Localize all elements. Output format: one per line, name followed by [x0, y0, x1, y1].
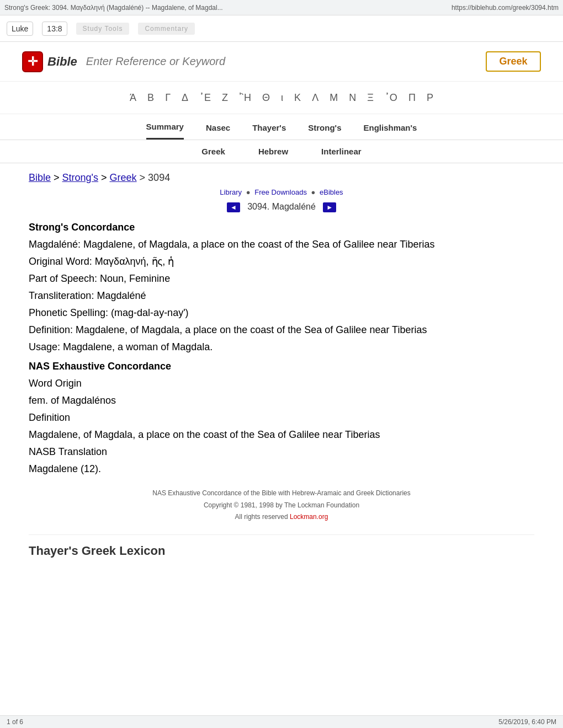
search-input[interactable]	[86, 55, 477, 68]
free-downloads-link[interactable]: Free Downloads	[254, 188, 307, 196]
library-links: Library ● Free Downloads ● eBibles	[29, 188, 534, 196]
breadcrumb: Bible > Strong's > Greek > 3094	[29, 172, 534, 184]
nasb-value: Magdalene (12).	[29, 462, 534, 477]
dictionary-tabs: Summary Nasec Thayer's Strong's Englishm…	[0, 114, 563, 140]
tab-strongs[interactable]: Strong's	[308, 123, 341, 139]
next-entry-button[interactable]: ►	[323, 202, 336, 212]
definition-value: Magdalene, of Magdala, a place on the co…	[29, 427, 534, 442]
footer-line3: All rights reserved Lockman.org	[29, 511, 534, 523]
greek-letter-mu[interactable]: Μ	[330, 92, 338, 104]
greek-letter-beta[interactable]: Β	[147, 92, 154, 104]
tab-nasec[interactable]: Nasec	[206, 123, 230, 139]
greek-letter-kappa[interactable]: Κ	[294, 92, 301, 104]
nav-tabs-area: Study Tools Commentary	[76, 23, 195, 35]
bullet-2: ●	[311, 188, 316, 196]
bullet-1: ●	[246, 188, 251, 196]
search-input-area[interactable]	[86, 55, 477, 68]
entry-navigation: ◄ 3094. Magdaléné ►	[29, 202, 534, 212]
nav-book[interactable]: Luke	[7, 22, 33, 36]
word-origin-label: Word Origin	[29, 376, 534, 391]
browser-title: Strong's Greek: 3094. Μαγδαληνή (Magdalé…	[4, 4, 223, 12]
greek-letter-alpha[interactable]: Ά	[130, 92, 136, 104]
greek-letter-iota[interactable]: ι	[281, 92, 283, 104]
browser-bar: Strong's Greek: 3094. Μαγδαληνή (Magdalé…	[0, 0, 563, 15]
bible-label: Bible	[47, 55, 77, 69]
nas-heading: NAS Exhaustive Concordance	[29, 359, 534, 374]
tab-thayers[interactable]: Thayer's	[252, 123, 286, 139]
footer-note: NAS Exhaustive Concordance of the Bible …	[29, 488, 534, 523]
part-of-speech: Part of Speech: Noun, Feminine	[29, 271, 534, 286]
bible-logo: ✛ Bible	[22, 51, 77, 72]
tab-summary[interactable]: Summary	[146, 122, 184, 140]
original-word: Original Word: Μαγδαληνή, ῆς, ἡ	[29, 254, 534, 269]
bible-icon: ✛	[22, 51, 43, 72]
breadcrumb-number: > 3094	[140, 172, 171, 183]
nav-bar: Luke 13:8 Study Tools Commentary	[0, 15, 563, 42]
nav-verse[interactable]: 13:8	[42, 22, 67, 36]
definition-heading: Definition	[29, 410, 534, 425]
greek-alphabet-nav: Ά Β Γ Δ ᾿Ε Ζ ῍Η Θ ι Κ Λ Μ Ν Ξ ᾿Ο Π Ρ	[0, 82, 563, 114]
concordance-section: Strong's Concordance Magdaléné: Magdalen…	[29, 220, 534, 355]
sub-tabs: Greek Hebrew Interlinear	[0, 140, 563, 163]
word-origin-value: fem. of Magdalénos	[29, 393, 534, 408]
greek-letter-eta[interactable]: ῍Η	[239, 92, 251, 104]
footer-rights: All rights reserved	[235, 513, 288, 521]
greek-letter-gamma[interactable]: Γ	[165, 92, 171, 104]
language-selector[interactable]: Greek	[486, 51, 541, 72]
nav-tab-study-tools[interactable]: Study Tools	[76, 23, 130, 35]
greek-letter-nu[interactable]: Ν	[349, 92, 356, 104]
breadcrumb-strongs[interactable]: Strong's	[62, 172, 98, 183]
subtab-greek[interactable]: Greek	[201, 147, 225, 156]
ebibles-link[interactable]: eBibles	[320, 188, 343, 196]
status-bar: 1 of 6 5/26/2019, 6:40 PM	[0, 715, 563, 728]
browser-url: https://biblehub.com/greek/3094.htm	[452, 4, 559, 12]
prev-entry-button[interactable]: ◄	[227, 202, 240, 212]
greek-letter-lambda[interactable]: Λ	[312, 92, 318, 104]
entry-number-label: 3094. Magdaléné	[247, 202, 316, 211]
library-link[interactable]: Library	[220, 188, 242, 196]
usage-text: Usage: Magdalene, a woman of Magdala.	[29, 340, 534, 355]
greek-letter-zeta[interactable]: Ζ	[222, 92, 228, 104]
footer-line2: Copyright © 1981, 1998 by The Lockman Fo…	[29, 500, 534, 512]
main-definition: Magdaléné: Magdalene, of Magdala, a plac…	[29, 237, 534, 252]
footer-line1: NAS Exhaustive Concordance of the Bible …	[29, 488, 534, 500]
lockman-link[interactable]: Lockman.org	[290, 513, 328, 521]
concordance-heading: Strong's Concordance	[29, 220, 534, 235]
greek-letter-theta[interactable]: Θ	[262, 92, 270, 104]
greek-letter-omicron[interactable]: ᾿Ο	[385, 92, 397, 104]
phonetic-spelling: Phonetic Spelling: (mag-dal-ay-nay')	[29, 306, 534, 320]
breadcrumb-greek[interactable]: Greek	[110, 172, 137, 183]
thayer-section-heading: Thayer's Greek Lexicon	[29, 534, 534, 558]
greek-letter-rho[interactable]: Ρ	[427, 92, 433, 104]
greek-letter-delta[interactable]: Δ	[182, 92, 188, 104]
greek-letter-xi[interactable]: Ξ	[367, 92, 374, 104]
breadcrumb-bible[interactable]: Bible	[29, 172, 51, 183]
datetime: 5/26/2019, 6:40 PM	[498, 718, 556, 726]
subtab-interlinear[interactable]: Interlinear	[321, 147, 362, 156]
nasb-heading: NASB Translation	[29, 445, 534, 459]
definition-text: Definition: Magdalene, of Magdala, a pla…	[29, 323, 534, 338]
nav-tab-commentary[interactable]: Commentary	[138, 23, 195, 35]
header-area: ✛ Bible Greek	[0, 42, 563, 82]
tab-englishmans[interactable]: Englishman's	[364, 123, 417, 139]
greek-letter-pi[interactable]: Π	[408, 92, 416, 104]
subtab-hebrew[interactable]: Hebrew	[258, 147, 288, 156]
nas-section: NAS Exhaustive Concordance Word Origin f…	[29, 359, 534, 477]
main-content: Bible > Strong's > Greek > 3094 Library …	[0, 163, 563, 567]
transliteration: Transliteration: Magdaléné	[29, 288, 534, 303]
page-info: 1 of 6	[7, 718, 23, 726]
greek-letter-epsilon[interactable]: ᾿Ε	[199, 92, 211, 104]
